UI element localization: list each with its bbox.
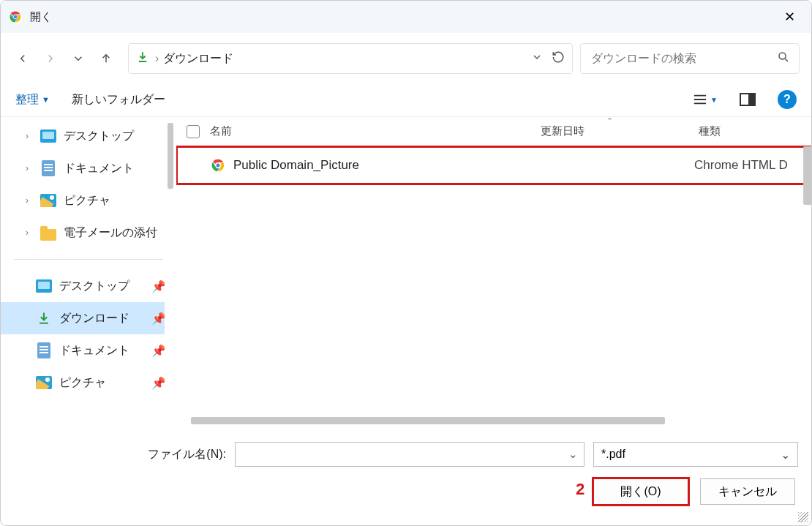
sidebar-item-label: ピクチャ xyxy=(59,375,106,391)
sidebar-pinned-pictures[interactable]: ピクチャ📌 xyxy=(1,367,176,399)
column-type[interactable]: 種類 xyxy=(694,124,811,138)
svg-point-3 xyxy=(779,53,786,59)
callout-2: 2 xyxy=(576,480,584,499)
help-button[interactable]: ? xyxy=(778,90,797,109)
nav-row: › ダウンロード xyxy=(1,33,811,84)
search-icon[interactable] xyxy=(777,50,790,67)
toolbar: 整理 ▼ 新しいフォルダー ▼ ? xyxy=(1,84,811,117)
sidebar-item-pictures[interactable]: ›ピクチャ xyxy=(1,184,176,217)
resize-grip[interactable] xyxy=(798,512,808,522)
sidebar-item-label: デスクトップ xyxy=(59,279,129,294)
address-bar[interactable]: › ダウンロード xyxy=(128,43,573,74)
filename-label: ファイル名(N): xyxy=(14,447,226,462)
svg-point-2 xyxy=(14,15,18,19)
sidebar-resizer[interactable] xyxy=(165,117,176,424)
chevron-down-icon[interactable]: ⌄ xyxy=(568,448,578,461)
chrome-icon xyxy=(8,10,23,24)
sidebar-pinned-desktop[interactable]: デスクトップ📌 xyxy=(1,270,176,302)
expand-icon[interactable]: › xyxy=(26,228,36,238)
sidebar-item-desktop[interactable]: ›デスクトップ xyxy=(1,120,176,152)
sidebar-item-label: ダウンロード xyxy=(59,311,129,326)
pin-icon: 📌 xyxy=(151,344,166,358)
cancel-button[interactable]: キャンセル xyxy=(700,478,795,505)
pin-icon: 📌 xyxy=(151,312,166,326)
sidebar-item-label: ピクチャ xyxy=(64,193,110,208)
breadcrumb-sep: › xyxy=(155,52,159,65)
svg-point-6 xyxy=(216,163,219,167)
file-row[interactable]: Public Domain_Picture Chrome HTML D xyxy=(176,146,811,184)
callout-1: 1 xyxy=(176,136,178,155)
horizontal-scrollbar[interactable] xyxy=(191,417,665,424)
new-folder-button[interactable]: 新しいフォルダー xyxy=(72,92,165,108)
download-icon xyxy=(136,50,149,67)
organize-menu[interactable]: 整理 ▼ xyxy=(15,92,50,108)
file-list-header: 名前 更新日時⌃ 種類 xyxy=(176,117,811,146)
file-type-filter[interactable]: *.pdf⌄ xyxy=(593,442,798,467)
chevron-down-icon: ▼ xyxy=(42,95,50,104)
bottom-panel: ファイル名(N): ⌄ *.pdf⌄ 2 開く(O) キャンセル xyxy=(1,424,811,515)
chrome-icon xyxy=(210,157,226,173)
file-type: Chrome HTML D xyxy=(694,158,811,173)
view-menu[interactable]: ▼ xyxy=(692,93,718,106)
column-date[interactable]: 更新日時⌃ xyxy=(541,124,694,138)
expand-icon[interactable]: › xyxy=(26,131,36,141)
sidebar-pinned-documents[interactable]: ドキュメント📌 xyxy=(1,334,176,367)
file-list: 名前 更新日時⌃ 種類 1 Public Domain_Picture Chro… xyxy=(176,117,811,424)
filename-input[interactable]: ⌄ xyxy=(235,442,584,467)
open-button[interactable]: 開く(O) xyxy=(593,478,688,505)
column-name[interactable]: 名前 xyxy=(210,124,541,138)
chevron-down-icon: ⌄ xyxy=(781,448,790,462)
up-button[interactable] xyxy=(96,48,116,69)
main-area: ›デスクトップ ›ドキュメント ›ピクチャ ›電子メールの添付 デスクトップ📌 … xyxy=(1,117,811,424)
recent-dropdown[interactable] xyxy=(68,48,89,69)
breadcrumb-current[interactable]: ダウンロード xyxy=(163,51,233,67)
search-input[interactable] xyxy=(590,51,777,66)
expand-icon[interactable]: › xyxy=(26,163,36,173)
sidebar-item-label: デスクトップ xyxy=(64,129,134,144)
chevron-down-icon: ▼ xyxy=(710,96,718,104)
back-button[interactable] xyxy=(12,48,33,69)
window-title: 開く xyxy=(30,10,52,24)
sidebar-divider xyxy=(14,259,163,260)
refresh-button[interactable] xyxy=(552,50,565,67)
sidebar: ›デスクトップ ›ドキュメント ›ピクチャ ›電子メールの添付 デスクトップ📌 … xyxy=(1,117,176,424)
file-name: Public Domain_Picture xyxy=(233,158,359,173)
sidebar-item-label: ドキュメント xyxy=(59,343,129,358)
sort-indicator-icon: ⌃ xyxy=(606,117,613,126)
pin-icon: 📌 xyxy=(151,376,166,390)
sidebar-item-email[interactable]: ›電子メールの添付 xyxy=(1,217,176,249)
close-button[interactable]: ✕ xyxy=(775,9,804,25)
file-name-cell: Public Domain_Picture xyxy=(210,157,541,173)
address-dropdown[interactable] xyxy=(531,51,543,66)
sidebar-item-label: 電子メールの添付 xyxy=(64,225,157,241)
sidebar-item-documents[interactable]: ›ドキュメント xyxy=(1,152,176,184)
preview-pane-button[interactable] xyxy=(740,93,756,106)
titlebar: 開く ✕ xyxy=(1,1,811,33)
vertical-scrollbar[interactable] xyxy=(803,146,811,205)
expand-icon[interactable]: › xyxy=(26,195,36,206)
sidebar-item-label: ドキュメント xyxy=(64,161,134,176)
select-all-checkbox[interactable] xyxy=(176,125,210,138)
sidebar-pinned-downloads[interactable]: ダウンロード📌 xyxy=(1,302,176,334)
search-box[interactable] xyxy=(580,43,800,74)
forward-button[interactable] xyxy=(40,48,61,69)
pin-icon: 📌 xyxy=(151,279,166,293)
